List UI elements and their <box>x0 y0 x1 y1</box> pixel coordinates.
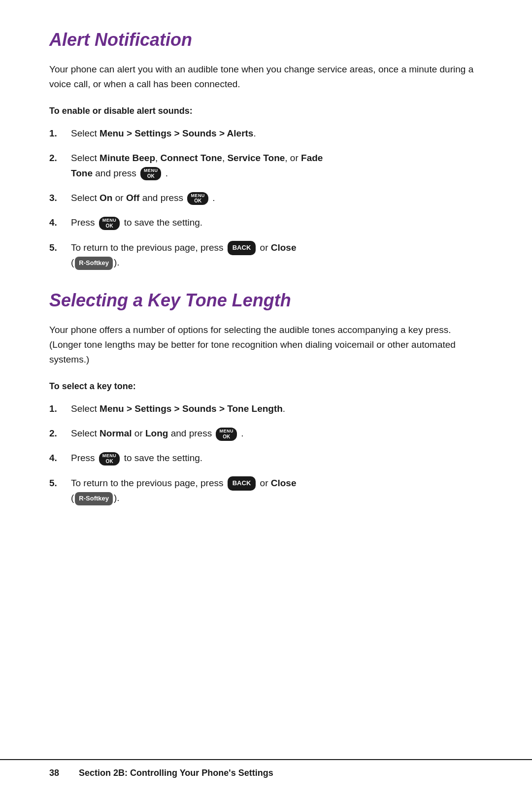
key-tone-step-4: 4. Press MENUOK to save the setting. <box>49 451 483 466</box>
on-option: On <box>100 193 112 203</box>
key-tone-title: Selecting a Key Tone Length <box>49 290 483 311</box>
minute-beep: Minute Beep <box>100 153 155 163</box>
key-tone-section: Selecting a Key Tone Length Your phone o… <box>49 290 483 506</box>
menu-ok-button-kt4: MENUOK <box>99 452 120 466</box>
connect-tone: Connect Tone <box>161 153 222 163</box>
alert-step-5: 5. To return to the previous page, press… <box>49 240 483 270</box>
kt-step-text-5: To return to the previous page, press BA… <box>71 476 483 506</box>
menu-ok-button-3: MENUOK <box>187 192 208 205</box>
alert-step-1: 1. Select Menu > Settings > Sounds > Ale… <box>49 126 483 141</box>
kt-step-text-4: Press MENUOK to save the setting. <box>71 451 483 466</box>
alert-steps-list: 1. Select Menu > Settings > Sounds > Ale… <box>49 126 483 270</box>
key-tone-intro: Your phone offers a number of options fo… <box>49 323 483 367</box>
kt-step-number-5: 5. <box>49 476 71 491</box>
step-text-3: Select On or Off and press MENUOK . <box>71 191 483 205</box>
alert-step-2: 2. Select Minute Beep, Connect Tone, Ser… <box>49 151 483 181</box>
key-tone-step-2: 2. Select Normal or Long and press MENUO… <box>49 426 483 441</box>
kt-step-text-1: Select Menu > Settings > Sounds > Tone L… <box>71 401 483 416</box>
kt-step-number-4: 4. <box>49 451 71 466</box>
step-text-1: Select Menu > Settings > Sounds > Alerts… <box>71 126 483 141</box>
kt-step-text-2: Select Normal or Long and press MENUOK . <box>71 426 483 441</box>
key-tone-step-5: 5. To return to the previous page, press… <box>49 476 483 506</box>
menu-ok-button-kt2: MENUOK <box>216 428 237 441</box>
footer-section-label: Section 2B: Controlling Your Phone's Set… <box>79 768 273 778</box>
kt-step-number-1: 1. <box>49 401 71 416</box>
step-number-3: 3. <box>49 191 71 205</box>
step-text-4: Press MENUOK to save the setting. <box>71 215 483 230</box>
rsoftkey-button-1: R-Softkey <box>75 257 113 270</box>
alert-notification-section: Alert Notification Your phone can alert … <box>49 30 483 270</box>
menu-ok-button-2: MENUOK <box>140 167 162 180</box>
page-footer: 38 Section 2B: Controlling Your Phone's … <box>0 759 532 778</box>
alert-notification-intro: Your phone can alert you with an audible… <box>49 62 483 92</box>
key-tone-step-1: 1. Select Menu > Settings > Sounds > Ton… <box>49 401 483 416</box>
off-option: Off <box>126 193 139 203</box>
kt-menu-path-1: Menu > Settings > Sounds > Tone Length <box>100 403 283 414</box>
alert-step-4: 4. Press MENUOK to save the setting. <box>49 215 483 230</box>
normal-option: Normal <box>100 428 132 438</box>
rsoftkey-button-2: R-Softkey <box>75 492 113 505</box>
back-button-1: BACK <box>228 241 256 255</box>
step-text-5: To return to the previous page, press BA… <box>71 240 483 270</box>
alert-notification-subheading: To enable or disable alert sounds: <box>49 106 483 116</box>
long-option: Long <box>145 428 168 438</box>
service-tone: Service Tone <box>227 153 285 163</box>
back-button-2: BACK <box>228 476 256 491</box>
alert-step-3: 3. Select On or Off and press MENUOK . <box>49 191 483 205</box>
key-tone-subheading: To select a key tone: <box>49 381 483 392</box>
page-content: Alert Notification Your phone can alert … <box>0 0 532 563</box>
alert-notification-title: Alert Notification <box>49 30 483 50</box>
menu-path-1: Menu > Settings > Sounds > Alerts <box>100 128 253 138</box>
key-tone-steps-list: 1. Select Menu > Settings > Sounds > Ton… <box>49 401 483 506</box>
page-number: 38 <box>49 768 59 778</box>
step-number-1: 1. <box>49 126 71 141</box>
close-label-1: Close <box>271 242 297 253</box>
kt-step-number-2: 2. <box>49 426 71 441</box>
step-number-4: 4. <box>49 215 71 230</box>
close-label-2: Close <box>271 478 297 488</box>
step-number-2: 2. <box>49 151 71 166</box>
step-text-2: Select Minute Beep, Connect Tone, Servic… <box>71 151 483 181</box>
step-number-5: 5. <box>49 240 71 255</box>
menu-ok-button-4: MENUOK <box>99 217 120 230</box>
